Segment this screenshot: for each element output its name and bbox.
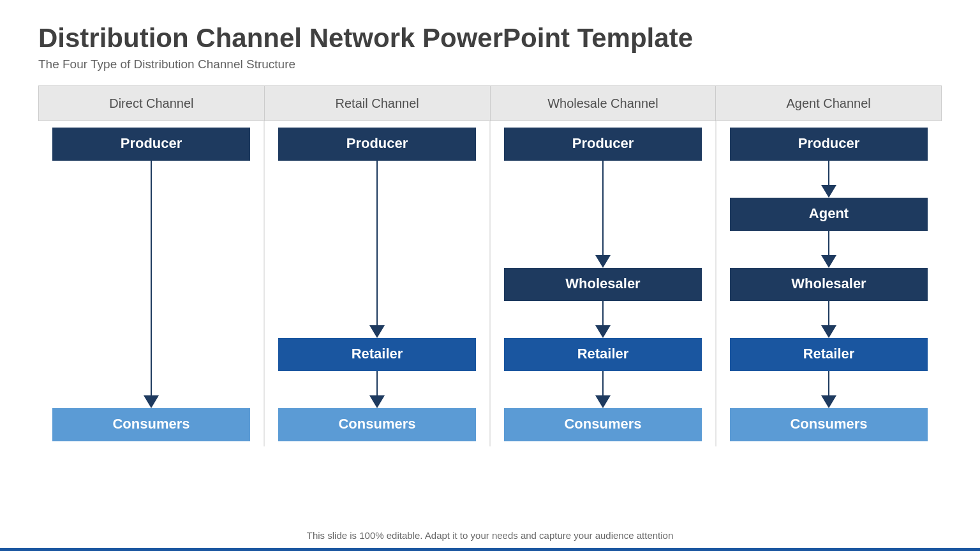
- wholesaler-label-3: Wholesaler: [565, 276, 641, 291]
- retailer-box-4: [730, 338, 928, 371]
- consumers-box-2: [278, 408, 476, 441]
- arrow-head-4: [821, 185, 836, 198]
- producer-box-1: [52, 128, 250, 161]
- producer-label-2: Producer: [346, 135, 408, 151]
- retailer-label-4: Retailer: [803, 346, 855, 362]
- consumers-label-2: Consumers: [338, 416, 415, 432]
- consumers-label-3: Consumers: [564, 416, 641, 432]
- retailer-box-3: [504, 338, 702, 371]
- consumers-box-4: [730, 408, 928, 441]
- main-title: Distribution Channel Network PowerPoint …: [38, 23, 942, 54]
- wholesaler-label-4: Wholesaler: [791, 276, 866, 291]
- footer-note: This slide is 100% editable. Adapt it to…: [0, 530, 980, 541]
- wholesaler-box-3: [504, 268, 702, 301]
- slide: Distribution Channel Network PowerPoint …: [0, 0, 980, 551]
- header-direct: Direct Channel: [39, 86, 265, 121]
- header-wholesale: Wholesale Channel: [491, 86, 716, 121]
- producer-box-2: [278, 128, 476, 161]
- agent-box: [730, 198, 928, 231]
- arrow-head-r2: [369, 395, 385, 408]
- header-agent: Agent Channel: [716, 86, 941, 121]
- retailer-label-2: Retailer: [352, 346, 403, 362]
- consumers-label-4: Consumers: [790, 416, 867, 432]
- header-retail: Retail Channel: [265, 86, 491, 121]
- consumers-box-3: [504, 408, 702, 441]
- arrow-head-3: [595, 255, 611, 268]
- retailer-label-3: Retailer: [577, 346, 629, 362]
- diagram-area: Direct Channel Retail Channel Wholesale …: [38, 85, 942, 481]
- bottom-border: [0, 548, 980, 551]
- agent-label: Agent: [809, 205, 849, 221]
- subtitle: The Four Type of Distribution Channel St…: [38, 57, 942, 71]
- consumers-label-1: Consumers: [112, 416, 189, 432]
- arrow-head-r4: [821, 395, 836, 408]
- producer-box-3: [504, 128, 702, 161]
- consumers-box-1: [52, 408, 250, 441]
- retailer-box-2: [278, 338, 476, 371]
- wholesaler-box-4: [730, 268, 928, 301]
- producer-label-3: Producer: [572, 135, 634, 151]
- arrow-head-agent: [821, 255, 836, 268]
- arrow-head-w4: [821, 325, 836, 338]
- producer-label-1: Producer: [121, 135, 182, 151]
- producer-box-4: [730, 128, 928, 161]
- arrow-head-w3: [595, 325, 611, 338]
- producer-label-4: Producer: [798, 135, 860, 151]
- header-row: Direct Channel Retail Channel Wholesale …: [38, 85, 942, 121]
- diagram-svg: Producer Producer Producer Producer: [38, 121, 942, 481]
- arrow-head-r3: [595, 395, 611, 408]
- arrow-head-1: [144, 395, 159, 408]
- arrow-head-2: [369, 325, 385, 338]
